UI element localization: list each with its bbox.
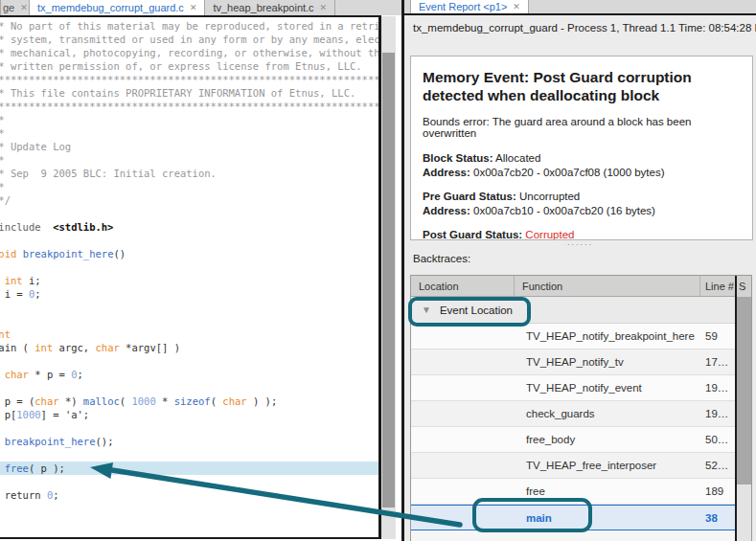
- event-location-row[interactable]: ▼ Event Location: [411, 297, 737, 324]
- backtrace-function-cell[interactable]: TV_HEAP_notify_tv: [515, 356, 700, 368]
- column-header-line-[interactable]: Line #: [700, 276, 737, 296]
- code-line[interactable]: *: [0, 153, 378, 167]
- code-line[interactable]: */: [0, 193, 378, 207]
- backtrace-row[interactable]: TV_HEAP_notify_event19…: [411, 375, 737, 401]
- table-scrollbar[interactable]: S: [735, 276, 751, 541]
- code-line[interactable]: [0, 448, 378, 462]
- backtrace-row[interactable]: TV_HEAP_notify_breakpoint_here59: [411, 324, 737, 349]
- backtrace-location-cell[interactable]: [411, 324, 515, 349]
- code-line[interactable]: ****************************************…: [0, 100, 378, 113]
- tab-tv-heap-breakpoint-c[interactable]: tv_heap_breakpoint.c✕: [205, 0, 335, 15]
- backtrace-line-cell[interactable]: 17…: [700, 356, 737, 368]
- backtrace-line-cell[interactable]: 189: [700, 485, 737, 497]
- code-line[interactable]: [0, 475, 378, 488]
- code-line[interactable]: * No part of this material may be reprod…: [0, 19, 378, 33]
- code-token: malloc: [83, 395, 120, 407]
- close-icon[interactable]: ✕: [190, 3, 197, 12]
- code-line[interactable]: * mechanical, photocopying, recording, o…: [0, 46, 378, 59]
- backtrace-location-cell[interactable]: [411, 349, 515, 374]
- tab-ge[interactable]: ge✕: [0, 0, 30, 15]
- code-line[interactable]: * Sep 9 2005 BLC: Initial creation.: [0, 167, 378, 180]
- code-line[interactable]: [0, 421, 378, 435]
- backtrace-row[interactable]: free_body50…: [411, 427, 737, 453]
- backtrace-function-cell[interactable]: main: [515, 512, 700, 524]
- code-line[interactable]: int i;: [0, 274, 378, 287]
- code-line[interactable]: [0, 234, 378, 247]
- backtrace-function-cell[interactable]: free: [515, 485, 700, 497]
- code-line[interactable]: ****************************************…: [0, 73, 378, 86]
- code-token: * No part of this material may be reprod…: [0, 20, 381, 32]
- table-scrollbar-thumb[interactable]: [737, 297, 751, 485]
- code-line[interactable]: * system, transmitted or used in any for…: [0, 33, 378, 46]
- column-header-location[interactable]: Location: [411, 276, 515, 296]
- backtrace-location-cell[interactable]: [411, 453, 515, 478]
- event-location-label: Event Location: [440, 304, 513, 316]
- backtrace-row[interactable]: TV_HEAP_free_interposer52…: [411, 453, 737, 479]
- code-line[interactable]: *: [0, 180, 378, 193]
- collapse-triangle-icon[interactable]: ▼: [422, 304, 431, 315]
- close-icon[interactable]: ✕: [513, 2, 520, 11]
- backtrace-line-cell[interactable]: 52…: [700, 460, 737, 471]
- code-line[interactable]: *: [0, 113, 378, 126]
- backtrace-function-cell[interactable]: TV_HEAP_notify_event: [515, 382, 700, 394]
- close-icon[interactable]: ✕: [320, 3, 328, 12]
- highlighted-code-line[interactable]: free( p );: [0, 462, 378, 475]
- backtrace-location-cell[interactable]: [411, 427, 515, 452]
- code-line[interactable]: [0, 207, 378, 220]
- code-token: * Sep 9 2005 BLC: Initial creation.: [0, 168, 217, 179]
- backtrace-function-cell[interactable]: TV_HEAP_notify_breakpoint_here: [515, 330, 700, 342]
- backtrace-row[interactable]: check_guards19…: [411, 401, 737, 427]
- column-header-s[interactable]: S: [737, 276, 751, 297]
- tab-tx-memdebug-corrupt-guard-c[interactable]: tx_memdebug_corrupt_guard.c✕: [30, 0, 205, 15]
- code-line[interactable]: #include <stdlib.h>: [0, 220, 378, 234]
- backtrace-location-cell[interactable]: [411, 506, 515, 530]
- code-token: *: [156, 395, 174, 407]
- source-code-editor[interactable]: * No part of this material may be reprod…: [0, 15, 381, 539]
- code-line[interactable]: * This file contains PROPRIETARY INFORMA…: [0, 86, 378, 100]
- code-line[interactable]: i = 0;: [0, 287, 378, 301]
- event-detail-row: Address: 0x00a7cb20 - 0x00a7cf08 (1000 b…: [423, 166, 741, 180]
- code-line[interactable]: return 0;: [0, 488, 378, 502]
- code-line[interactable]: [0, 314, 378, 327]
- code-token: int: [5, 275, 23, 286]
- code-line[interactable]: void breakpoint_here(): [0, 247, 378, 260]
- code-line[interactable]: * Update Log: [0, 140, 378, 153]
- backtrace-row-selected[interactable]: main38: [411, 505, 737, 530]
- backtrace-location-cell[interactable]: [411, 479, 515, 504]
- code-line[interactable]: p = (char *) malloc( 1000 * sizeof( char…: [0, 394, 378, 408]
- backtrace-row[interactable]: TV_HEAP_notify_tv17…: [411, 349, 737, 375]
- backtrace-function-cell[interactable]: free_body: [515, 434, 700, 445]
- backtrace-line-cell[interactable]: 38: [700, 512, 737, 524]
- backtrace-line-cell[interactable]: 19…: [700, 408, 737, 419]
- tab-event-report[interactable]: Event Report <p1> ✕: [410, 0, 529, 13]
- source-scrollbar[interactable]: [381, 16, 396, 539]
- backtrace-line-cell[interactable]: 59: [700, 330, 737, 342]
- backtrace-function-cell[interactable]: TV_HEAP_free_interposer: [515, 460, 700, 471]
- code-line[interactable]: breakpoint_here();: [0, 435, 378, 448]
- source-scrollbar-thumb[interactable]: [382, 53, 395, 507]
- code-token: * This file contains PROPRIETARY INFORMA…: [0, 87, 355, 99]
- code-line[interactable]: {: [0, 354, 378, 368]
- backtrace-row[interactable]: free189: [411, 479, 737, 505]
- backtrace-location-cell[interactable]: [411, 375, 515, 400]
- backtrace-line-cell[interactable]: 50…: [700, 434, 737, 445]
- code-line[interactable]: }: [0, 301, 378, 314]
- backtrace-line-cell[interactable]: 19…: [700, 382, 737, 394]
- code-line[interactable]: * written permission of, or express lice…: [0, 59, 378, 73]
- code-line[interactable]: p[1000] = 'a';: [0, 408, 378, 421]
- code-line[interactable]: }: [0, 502, 378, 515]
- code-line[interactable]: [0, 381, 378, 394]
- field-label: Pre Guard Status:: [423, 191, 516, 202]
- backtrace-location-cell[interactable]: [411, 401, 515, 426]
- code-line[interactable]: char * p = 0;: [0, 368, 378, 381]
- field-value: Allocated: [495, 152, 540, 164]
- code-line[interactable]: main ( int argc, char *argv[] ): [0, 341, 378, 354]
- code-line[interactable]: {: [0, 260, 378, 274]
- code-token: breakpoint_here: [5, 436, 96, 447]
- backtrace-function-cell[interactable]: check_guards: [515, 408, 700, 419]
- column-header-function[interactable]: Function: [515, 276, 700, 296]
- close-icon[interactable]: ✕: [20, 3, 28, 12]
- code-line[interactable]: *: [0, 126, 378, 140]
- splitter-handle[interactable]: ......: [404, 238, 756, 247]
- code-line[interactable]: int: [0, 327, 378, 341]
